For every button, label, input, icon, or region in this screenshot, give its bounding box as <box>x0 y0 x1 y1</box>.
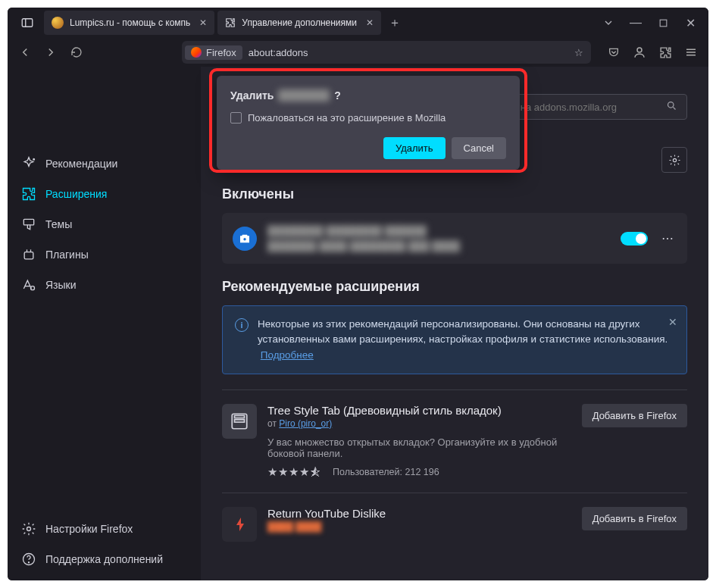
url-bar[interactable]: Firefox about:addons ☆ <box>182 41 591 64</box>
sidebar-toggle-icon[interactable] <box>14 11 41 35</box>
dialog-title: Удалить x ? <box>230 89 506 102</box>
rec-author-blurred: ████ ████ <box>267 521 571 532</box>
recommended-card-return-youtube-dislike: Return YouTube Dislike ████ ████ Добавит… <box>222 493 687 555</box>
url-brand-label: Firefox <box>206 47 236 58</box>
sidebar-item-label: Плагины <box>45 249 89 261</box>
plugin-icon <box>21 247 36 262</box>
puzzle-icon <box>21 186 36 202</box>
forward-button[interactable] <box>39 41 62 64</box>
sidebar: Рекомендации Расширения Темы Плагины Язы… <box>8 67 201 580</box>
addon-toggle[interactable] <box>621 232 648 246</box>
remove-extension-dialog: Удалить x ? Пожаловаться на это расширен… <box>217 76 520 170</box>
sidebar-item-label: Темы <box>45 218 72 230</box>
svg-point-3 <box>637 48 642 52</box>
info-banner: i Некоторые из этих рекомендаций персона… <box>222 305 687 374</box>
extensions-settings-button[interactable] <box>661 147 687 173</box>
svg-point-20 <box>243 237 247 241</box>
recommended-card-tree-style-tab: Tree Style Tab (Древовидный стиль вкладо… <box>222 389 687 493</box>
firefox-logo-icon <box>191 47 202 58</box>
account-icon[interactable] <box>628 41 651 64</box>
svg-point-7 <box>33 158 35 160</box>
addon-icon <box>233 227 257 251</box>
tree-style-tab-icon <box>222 404 257 439</box>
info-icon: i <box>235 318 249 332</box>
dialog-extension-name-blurred: x <box>278 89 330 102</box>
rec-title: Return YouTube Dislike <box>267 507 571 520</box>
banner-link[interactable]: Подробнее <box>261 349 314 361</box>
nav-bar: Firefox about:addons ☆ <box>8 38 708 67</box>
sparkle-icon <box>21 156 36 171</box>
tab-addons[interactable]: Управление дополнениями ✕ <box>217 11 381 35</box>
svg-rect-22 <box>235 415 245 418</box>
maximize-icon[interactable] <box>651 11 675 35</box>
add-to-firefox-button[interactable]: Добавить в Firefox <box>582 404 687 427</box>
rec-title: Tree Style Tab (Древовидный стиль вкладо… <box>267 404 571 417</box>
close-icon[interactable]: ✕ <box>668 315 677 330</box>
menu-icon[interactable] <box>680 41 702 64</box>
svg-rect-8 <box>23 219 33 225</box>
svg-point-19 <box>673 158 676 161</box>
checkbox-icon[interactable] <box>230 112 242 124</box>
sidebar-item-label: Языки <box>45 279 77 291</box>
sidebar-item-settings[interactable]: Настройки Firefox <box>8 514 201 544</box>
confirm-delete-button[interactable]: Удалить <box>383 137 446 159</box>
more-options-icon[interactable]: ⋯ <box>658 228 677 249</box>
pocket-icon[interactable] <box>602 41 625 64</box>
svg-line-18 <box>673 107 675 109</box>
svg-point-16 <box>29 562 30 563</box>
svg-point-14 <box>27 527 31 531</box>
minimize-icon[interactable]: — <box>624 11 648 35</box>
addon-row[interactable]: ████████ ████████ █████████████ ████ ███… <box>222 213 687 264</box>
section-enabled-title: Включены <box>222 186 687 202</box>
banner-text: Некоторые из этих рекомендаций персонали… <box>258 318 668 345</box>
sidebar-item-label: Рекомендации <box>45 158 117 170</box>
tab-title: Управление дополнениями <box>242 17 357 28</box>
sidebar-item-plugins[interactable]: Плагины <box>8 239 201 270</box>
bookmark-star-icon[interactable]: ☆ <box>574 47 583 58</box>
firefox-identity: Firefox <box>185 45 242 60</box>
sidebar-item-languages[interactable]: Языки <box>8 270 201 300</box>
search-icon <box>666 100 677 114</box>
rec-author: от Piro (piro_or) <box>267 418 571 429</box>
new-tab-button[interactable]: ＋ <box>384 12 405 33</box>
window-close-icon[interactable]: ✕ <box>678 11 702 35</box>
svg-rect-0 <box>22 19 33 27</box>
rec-description: У вас множество открытых вкладок? Органи… <box>267 436 571 459</box>
sidebar-item-recommendations[interactable]: Рекомендации <box>8 149 201 179</box>
brush-icon <box>21 217 36 232</box>
sidebar-item-support[interactable]: Поддержка дополнений <box>8 544 201 574</box>
report-checkbox[interactable]: Пожаловаться на это расширение в Mozilla <box>230 112 506 124</box>
sidebar-item-label: Расширения <box>45 188 107 200</box>
rating-stars: ★★★★⯪ <box>267 465 322 479</box>
return-youtube-dislike-icon <box>222 507 257 542</box>
add-to-firefox-button[interactable]: Добавить в Firefox <box>582 507 687 530</box>
cancel-button[interactable]: Cancel <box>452 137 506 159</box>
sidebar-item-themes[interactable]: Темы <box>8 209 201 239</box>
tab-bar: Lumpics.ru - помощь с компь ✕ Управление… <box>8 8 708 38</box>
svg-rect-9 <box>24 252 33 259</box>
close-icon[interactable]: ✕ <box>199 17 207 28</box>
puzzle-icon <box>225 17 236 28</box>
url-text: about:addons <box>249 47 308 58</box>
tabs-dropdown-icon[interactable] <box>596 11 621 35</box>
users-count: Пользователей: 212 196 <box>333 467 439 477</box>
svg-rect-2 <box>660 20 667 27</box>
tab-lumpics[interactable]: Lumpics.ru - помощь с компь ✕ <box>44 11 214 35</box>
svg-point-17 <box>668 102 674 108</box>
sidebar-item-label: Поддержка дополнений <box>45 553 163 565</box>
sidebar-item-label: Настройки Firefox <box>45 523 133 535</box>
extensions-icon[interactable] <box>654 41 677 64</box>
addon-blurred-text: ████████ ████████ █████████████ ████ ███… <box>267 224 610 253</box>
lumpics-favicon <box>52 17 64 29</box>
svg-rect-23 <box>235 420 245 422</box>
help-icon <box>21 552 36 567</box>
sidebar-item-extensions[interactable]: Расширения <box>8 179 201 209</box>
close-icon[interactable]: ✕ <box>366 17 374 28</box>
back-button[interactable] <box>14 41 36 64</box>
tab-title: Lumpics.ru - помощь с компь <box>70 17 190 28</box>
author-link[interactable]: Piro (piro_or) <box>279 418 332 429</box>
language-icon <box>21 277 36 292</box>
checkbox-label: Пожаловаться на это расширение в Mozilla <box>248 112 446 124</box>
reload-button[interactable] <box>65 41 88 64</box>
section-recommended-title: Рекомендуемые расширения <box>222 279 687 295</box>
